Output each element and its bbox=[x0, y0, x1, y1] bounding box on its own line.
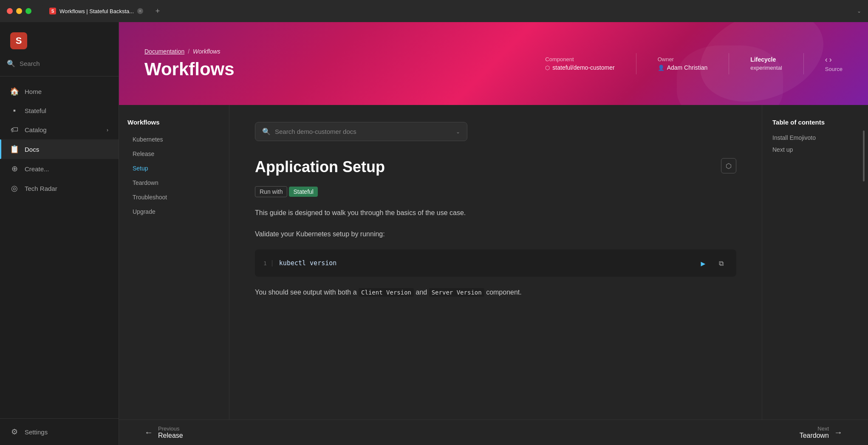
next-nav[interactable]: Next Teardown → bbox=[800, 425, 843, 439]
sidebar-nav: 🏠 Home ▪ Stateful 🏷 Catalog › 📋 Docs ⊕ C… bbox=[0, 78, 119, 418]
docs-icon: 📋 bbox=[10, 145, 19, 154]
sidebar-item-label: Home bbox=[25, 88, 42, 95]
home-icon: 🏠 bbox=[10, 87, 19, 96]
component-meta: Component ⬡ stateful/demo-customer bbox=[545, 56, 614, 71]
code-actions: ▶ ⧉ bbox=[696, 256, 728, 270]
new-tab-button[interactable]: + bbox=[152, 5, 164, 17]
prev-title: Release bbox=[158, 432, 183, 439]
doc-item-setup[interactable]: Setup bbox=[127, 162, 221, 175]
next-label: Next bbox=[800, 425, 829, 432]
code-content: kubectl version bbox=[279, 259, 690, 267]
doc-paragraph-3: You should see output with both a Client… bbox=[255, 287, 736, 298]
doc-item-release[interactable]: Release bbox=[127, 147, 221, 161]
breadcrumb-current: Workflows bbox=[193, 48, 221, 55]
sidebar-item-label: Settings bbox=[25, 428, 48, 436]
doc-item-upgrade[interactable]: Upgrade bbox=[127, 205, 221, 218]
sidebar-item-label: Tech Radar bbox=[25, 185, 57, 192]
source-label[interactable]: Source bbox=[825, 66, 843, 72]
app-logo: S bbox=[10, 32, 27, 49]
toc-items: Install Emojivoto Next up bbox=[772, 133, 858, 155]
paragraph3-suffix: component. bbox=[486, 289, 522, 296]
content-body: Workflows Kubernetes Release Setup Teard… bbox=[119, 105, 868, 419]
owner-meta: Owner 👤 Adam Christian bbox=[658, 56, 708, 71]
search-label: Search bbox=[20, 60, 40, 67]
sidebar-item-create[interactable]: ⊕ Create... bbox=[0, 159, 119, 179]
badge-container: Run with Stateful bbox=[255, 186, 736, 197]
prev-label: Previous bbox=[158, 425, 183, 432]
sidebar-item-label: Create... bbox=[25, 165, 49, 173]
sidebar: S 🔍 Search 🏠 Home ▪ Stateful 🏷 Catalog ›… bbox=[0, 22, 119, 445]
tab-bar: S Workflows | Stateful Backsta... ✕ + bbox=[42, 3, 164, 19]
sidebar-item-label: Docs bbox=[25, 146, 39, 153]
nav-next-icon[interactable]: › bbox=[829, 55, 832, 64]
meta-divider-2 bbox=[729, 53, 729, 74]
inline-code-2: Server Version bbox=[429, 288, 484, 297]
nav-prev-icon[interactable]: ‹ bbox=[825, 55, 828, 64]
doc-item-teardown[interactable]: Teardown bbox=[127, 176, 221, 190]
header-nav-arrows: ‹ › bbox=[825, 55, 832, 64]
next-title: Teardown bbox=[800, 432, 829, 439]
toc-panel: Table of contents Install Emojivoto Next… bbox=[762, 105, 868, 419]
doc-header: Application Setup ⬡ bbox=[255, 158, 736, 176]
meta-divider-3 bbox=[803, 53, 804, 74]
code-block: 1 kubectl version ▶ ⧉ bbox=[255, 249, 736, 277]
owner-label: Owner bbox=[658, 56, 708, 62]
prev-nav[interactable]: ← Previous Release bbox=[144, 425, 183, 439]
code-run-button[interactable]: ▶ bbox=[696, 256, 710, 270]
lifecycle-value: experimental bbox=[750, 65, 782, 71]
paragraph3-mid: and bbox=[416, 289, 427, 296]
tab-title: Workflows | Stateful Backsta... bbox=[59, 8, 134, 14]
doc-sidebar: Workflows Kubernetes Release Setup Teard… bbox=[119, 105, 229, 419]
sidebar-item-tech-radar[interactable]: ◎ Tech Radar bbox=[0, 179, 119, 198]
toc-item-install-emojivoto[interactable]: Install Emojivoto bbox=[772, 133, 858, 143]
page-title: Workflows bbox=[144, 59, 843, 79]
tab-favicon: S bbox=[49, 8, 56, 14]
doc-sidebar-title: Workflows bbox=[127, 119, 221, 126]
close-button[interactable] bbox=[7, 8, 13, 14]
traffic-lights bbox=[7, 8, 31, 14]
next-nav-text: Next Teardown bbox=[800, 425, 829, 439]
tab-close-button[interactable]: ✕ bbox=[137, 8, 143, 14]
paragraph3-prefix: You should see output with both a bbox=[255, 289, 357, 296]
title-bar: S Workflows | Stateful Backsta... ✕ + ⌄ bbox=[0, 0, 868, 22]
doc-item-kubernetes[interactable]: Kubernetes bbox=[127, 133, 221, 146]
sidebar-item-docs[interactable]: 📋 Docs bbox=[0, 139, 119, 159]
sidebar-item-stateful[interactable]: ▪ Stateful bbox=[0, 101, 119, 120]
bottom-nav: ← Previous Release Next Teardown → bbox=[119, 419, 868, 445]
radar-icon: ◎ bbox=[10, 184, 19, 193]
sidebar-search[interactable]: 🔍 Search bbox=[0, 56, 119, 74]
sidebar-logo[interactable]: S bbox=[0, 22, 119, 56]
component-value: ⬡ stateful/demo-customer bbox=[545, 64, 614, 71]
sidebar-item-settings[interactable]: ⚙ Settings bbox=[0, 422, 119, 442]
doc-paragraph-1: This guide is designed to walk you throu… bbox=[255, 207, 736, 218]
breadcrumb-docs-link[interactable]: Documentation bbox=[144, 48, 184, 55]
doc-action-button[interactable]: ⬡ bbox=[721, 158, 736, 173]
sidebar-bottom: ⚙ Settings bbox=[0, 418, 119, 445]
doc-sidebar-items: Kubernetes Release Setup Teardown Troubl… bbox=[127, 133, 221, 218]
active-tab[interactable]: S Workflows | Stateful Backsta... ✕ bbox=[42, 3, 150, 19]
sidebar-item-home[interactable]: 🏠 Home bbox=[0, 82, 119, 101]
window-controls-right: ⌄ bbox=[857, 8, 861, 14]
breadcrumb-separator: / bbox=[188, 48, 189, 55]
sidebar-divider bbox=[0, 76, 119, 77]
toc-title: Table of contents bbox=[772, 119, 858, 126]
doc-title: Application Setup bbox=[255, 158, 385, 176]
next-arrow-icon: → bbox=[834, 428, 843, 437]
code-copy-button[interactable]: ⧉ bbox=[714, 256, 728, 270]
stateful-icon: ▪ bbox=[10, 106, 19, 115]
toc-scrollbar bbox=[863, 130, 865, 181]
search-bar[interactable]: 🔍 Search demo-customer docs ⌄ bbox=[255, 122, 467, 141]
doc-main: 🔍 Search demo-customer docs ⌄ Applicatio… bbox=[229, 105, 762, 419]
minimize-button[interactable] bbox=[16, 8, 22, 14]
create-icon: ⊕ bbox=[10, 164, 19, 173]
lifecycle-meta: Lifecycle experimental bbox=[750, 56, 782, 71]
maximize-button[interactable] bbox=[25, 8, 31, 14]
doc-item-troubleshoot[interactable]: Troubleshoot bbox=[127, 190, 221, 204]
search-bar-icon: 🔍 bbox=[262, 128, 271, 136]
toc-item-next-up[interactable]: Next up bbox=[772, 145, 858, 155]
prev-arrow-icon: ← bbox=[144, 428, 153, 437]
chevron-down-icon: ⌄ bbox=[857, 8, 861, 14]
sidebar-item-catalog[interactable]: 🏷 Catalog › bbox=[0, 120, 119, 139]
search-placeholder: Search demo-customer docs bbox=[275, 128, 452, 135]
lifecycle-label: Lifecycle bbox=[750, 56, 782, 63]
